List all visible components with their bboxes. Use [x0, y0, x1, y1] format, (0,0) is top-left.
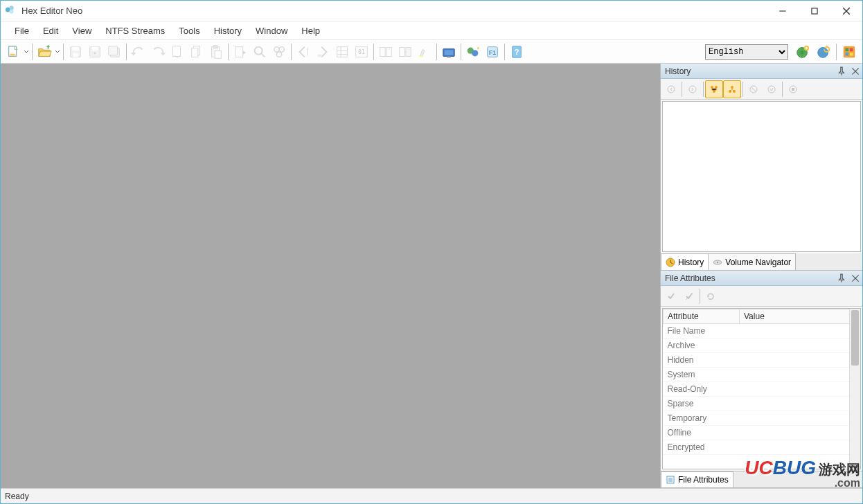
save-button[interactable]: [66, 42, 85, 62]
toolbar-separator: [228, 44, 229, 60]
redo-button[interactable]: [148, 42, 168, 62]
find-button[interactable]: [250, 42, 269, 62]
binary-button[interactable]: 01: [352, 42, 371, 62]
tab-history[interactable]: History: [661, 253, 709, 270]
globe-add-button[interactable]: [792, 42, 813, 62]
menu-help[interactable]: Help: [294, 23, 327, 39]
svg-rect-53: [844, 46, 855, 57]
menu-file[interactable]: File: [8, 23, 36, 39]
attr-value: [740, 368, 860, 382]
copy-button[interactable]: [187, 42, 206, 62]
svg-rect-54: [846, 48, 849, 51]
svg-point-61: [689, 86, 696, 93]
open-file-dropdown[interactable]: [54, 42, 61, 62]
svg-rect-8: [10, 53, 15, 55]
file-attributes-panel: File Attributes Attribute: [661, 271, 862, 488]
menu-edit[interactable]: Edit: [36, 23, 65, 39]
history-list: [662, 101, 861, 252]
history-tree-button[interactable]: [705, 80, 723, 98]
undo-button[interactable]: [129, 42, 148, 62]
toolbar-separator: [836, 44, 837, 60]
history-forward-button[interactable]: [684, 80, 702, 98]
svg-point-52: [818, 47, 828, 57]
menu-tools[interactable]: Tools: [172, 23, 206, 39]
svg-rect-43: [447, 56, 451, 57]
column-value[interactable]: Value: [740, 309, 860, 324]
compare-button[interactable]: [376, 42, 395, 62]
statusbar: Ready: [1, 488, 862, 503]
history-save-button[interactable]: [763, 80, 781, 98]
close-panel-button[interactable]: [848, 64, 862, 78]
language-select[interactable]: English: [705, 44, 788, 60]
tab-file-attributes[interactable]: File Attributes: [661, 471, 733, 487]
svg-point-65: [731, 86, 733, 89]
svg-point-63: [715, 86, 718, 89]
svg-rect-42: [445, 50, 454, 55]
history-back-button[interactable]: [662, 80, 680, 98]
find-all-button[interactable]: [269, 42, 289, 62]
function-button[interactable]: F1: [483, 42, 502, 62]
table-row[interactable]: File Name: [664, 324, 860, 339]
tab-file-attributes-label: File Attributes: [678, 475, 729, 485]
svg-rect-17: [173, 46, 181, 56]
svg-text:?: ?: [515, 47, 519, 55]
paste-button[interactable]: [206, 42, 226, 62]
svg-rect-29: [318, 54, 322, 57]
tab-history-label: History: [678, 258, 704, 267]
table-row[interactable]: Sparse: [664, 397, 860, 411]
scrollbar[interactable]: [849, 309, 860, 469]
attr-value: [740, 397, 860, 411]
new-file-button[interactable]: [3, 42, 23, 62]
refresh-button[interactable]: [463, 42, 483, 62]
patch-button[interactable]: [395, 42, 415, 62]
menu-window[interactable]: Window: [249, 23, 294, 39]
cut-button[interactable]: [168, 42, 187, 62]
right-panel-column: History: [660, 64, 862, 488]
table-row[interactable]: Encrypted: [664, 440, 860, 455]
goto-button[interactable]: [231, 42, 250, 62]
pin-button[interactable]: [835, 64, 848, 78]
table-row[interactable]: Offline: [664, 426, 860, 440]
settings-button[interactable]: [839, 42, 860, 62]
table-row[interactable]: Read-Only: [664, 382, 860, 397]
table-row[interactable]: System: [664, 368, 860, 382]
save-all-button[interactable]: [105, 42, 124, 62]
column-attribute[interactable]: Attribute: [664, 309, 740, 324]
maximize-button[interactable]: [799, 1, 830, 21]
status-text: Ready: [5, 492, 29, 501]
svg-point-28: [276, 52, 281, 57]
table-row[interactable]: Archive: [664, 339, 860, 353]
svg-rect-72: [792, 88, 794, 91]
open-file-button[interactable]: [35, 42, 54, 62]
attr-apply-button[interactable]: [662, 287, 680, 305]
bookmark-prev-button[interactable]: [294, 42, 313, 62]
save-as-button[interactable]: *: [85, 42, 105, 62]
highlight-button[interactable]: [415, 42, 434, 62]
svg-rect-55: [850, 48, 853, 51]
process-button[interactable]: [439, 42, 459, 62]
menu-history[interactable]: History: [207, 23, 249, 39]
attr-reset-button[interactable]: [680, 287, 698, 305]
new-file-dropdown[interactable]: [23, 42, 30, 62]
close-button[interactable]: [830, 1, 862, 21]
attr-name: Encrypted: [664, 440, 740, 455]
toolbar-separator: [461, 44, 461, 60]
pin-button[interactable]: [835, 271, 848, 285]
globe-reload-button[interactable]: [813, 42, 834, 62]
table-row[interactable]: Hidden: [664, 353, 860, 368]
bookmark-next-button[interactable]: [313, 42, 332, 62]
history-branch-button[interactable]: [723, 80, 741, 98]
menu-ntfs-streams[interactable]: NTFS Streams: [98, 23, 172, 39]
history-purge-button[interactable]: [745, 80, 763, 98]
menu-view[interactable]: View: [65, 23, 98, 39]
scrollbar-thumb[interactable]: [851, 310, 859, 366]
attr-refresh-button[interactable]: [702, 287, 720, 305]
minimize-button[interactable]: [767, 1, 799, 21]
structure-button[interactable]: [332, 42, 352, 62]
file-attributes-title: File Attributes: [665, 273, 835, 283]
table-row[interactable]: Temporary: [664, 411, 860, 426]
history-clear-button[interactable]: [784, 80, 802, 98]
help-button[interactable]: ?: [507, 42, 526, 62]
close-panel-button[interactable]: [848, 271, 862, 285]
tab-volume-navigator[interactable]: Volume Navigator: [708, 253, 796, 270]
